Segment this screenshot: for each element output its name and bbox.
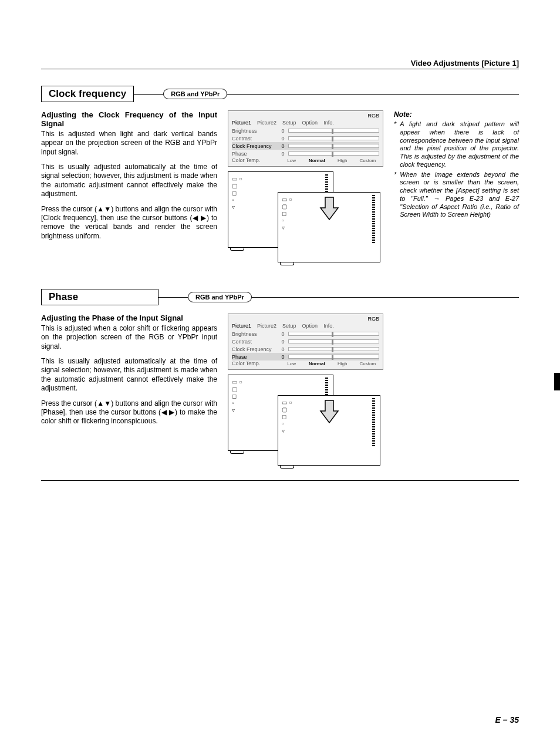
screen-icons: ▭ ○▢◻▫▿ [232,379,242,414]
bottom-rule [41,480,519,481]
arrow-icon [319,196,339,221]
row-contrast: Contrast0 [232,338,379,345]
section1-subhead: Adjusting the Clock Frequency of the Inp… [41,110,217,128]
section2-p2: This is usually adjusted automatically a… [41,357,217,393]
section2-p3: Press the cursor (▲▼) buttons and align … [41,399,217,426]
slider [288,355,379,359]
section1-p3: Press the cursor (▲▼) buttons and align … [41,205,217,241]
section2-subhead: Adjusting the Phase of the Input Signal [41,314,217,322]
screen-icons: ▭ ○▢◻▫▿ [232,176,242,211]
p3a: Press the cursor ( [41,205,97,213]
screen-illustration: ▭ ○▢◻▫▿ ▭ ○▢◻▫▿ [228,171,383,265]
stripes-icon [372,398,375,447]
side-tab [554,373,560,390]
stripes-icon [372,195,375,244]
updown-icon: ▲▼ [97,399,111,407]
row-phase: Phase0 [232,353,379,360]
tab-option: Option [302,323,318,329]
note-item: *A light and dark striped pattern will a… [394,120,519,169]
foot [280,466,294,469]
screen-icons: ▭ ○▢◻▫▿ [282,399,292,434]
note-item: *When the image extends beyond the scree… [394,171,519,220]
row-colortemp: Color Temp. Low Normal High Custom [232,360,379,366]
slider [288,129,379,133]
section2-p1: This is adjusted when a color shift or f… [41,324,217,351]
tab-info: Info. [323,323,334,329]
osd-menu: RGB Picture1 Picture2 Setup Option Info.… [228,314,383,370]
slider [288,136,379,140]
signal-badge: RGB and YPbPr [163,89,227,99]
foot [280,262,294,265]
note-list: *A light and dark striped pattern will a… [394,120,519,219]
row-brightness: Brightness0 [232,330,379,338]
screen-after: ▭ ○▢◻▫▿ [278,192,380,262]
section2-title-row: Phase RGB and YPbPr [41,289,519,305]
tab-option: Option [302,120,318,126]
tab-picture1: Picture1 [232,323,251,329]
foot [230,451,244,454]
arrow-icon [319,399,339,424]
asterisk-icon: * [394,120,396,169]
note-heading: Note: [394,110,519,119]
title-rule [252,297,519,298]
row-clockfreq: Clock Frequency0 [232,345,379,353]
tab-setup: Setup [282,323,296,329]
section1-p2: This is usually adjusted automatically a… [41,163,217,198]
section1-title-row: Clock frequency RGB and YPbPr [41,86,519,102]
tab-picture1: Picture1 [232,120,251,126]
screen-after: ▭ ○▢◻▫▿ [278,395,380,466]
chapter-heading: Video Adjustments [Picture 1] [41,59,519,69]
row-contrast: Contrast0 [232,134,379,142]
updown-icon: ▲▼ [97,205,111,213]
tab-info: Info. [323,120,334,126]
menu-signal: RGB [232,316,379,322]
slider [288,347,379,351]
tab-picture2: Picture2 [257,323,276,329]
screen-icons: ▭ ○▢◻▫▿ [282,196,292,231]
title-connector [158,297,188,298]
row-clockfreq: Clock Frequency0 [232,142,379,150]
section1-title: Clock frequency [41,86,134,102]
row-brightness: Brightness0 [232,127,379,134]
tab-setup: Setup [282,120,296,126]
page-number: E – 35 [495,715,519,725]
title-rule [227,94,519,95]
menu-signal: RGB [232,113,379,119]
title-connector [134,94,163,95]
asterisk-icon: * [394,171,396,220]
screen-illustration: ▭ ○▢◻▫▿ ▭ ○▢◻▫▿ [228,375,383,469]
row-colortemp: Color Temp. Low Normal High Custom [232,157,379,163]
slider [288,332,379,336]
row-phase: Phase0 [232,150,379,157]
slider [288,151,379,156]
slider [288,144,379,148]
signal-badge: RGB and YPbPr [188,292,252,302]
menu-tabs: Picture1 Picture2 Setup Option Info. [232,120,379,126]
foot [230,248,244,251]
menu-tabs: Picture1 Picture2 Setup Option Info. [232,323,379,329]
leftright-icon: ◀ ▶ [161,408,175,416]
slider [288,339,379,343]
leftright-icon: ◀ ▶ [192,214,206,222]
section2-title: Phase [41,289,158,305]
section1-p1: This is adjusted when light and dark ver… [41,130,217,157]
p3a: Press the cursor ( [41,399,97,407]
tab-picture2: Picture2 [257,120,276,126]
osd-menu: RGB Picture1 Picture2 Setup Option Info.… [228,110,383,167]
